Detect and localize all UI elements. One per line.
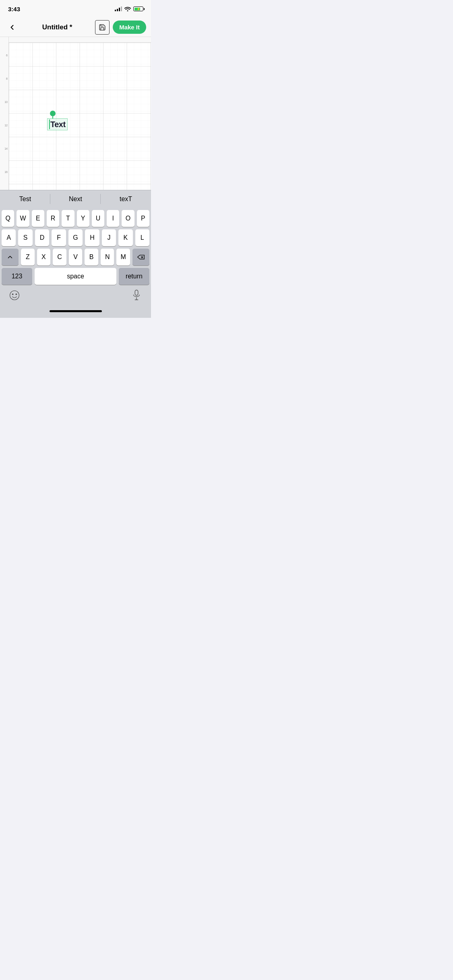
svg-point-6 [10,291,19,300]
battery-icon: ⚡ [133,6,145,11]
text-pin [50,111,56,120]
canvas-area[interactable]: 6 8 10 12 14 16 [0,37,151,190]
key-c[interactable]: C [53,249,66,266]
key-a[interactable]: A [2,229,16,246]
svg-point-8 [16,294,17,295]
autocomplete-item-next[interactable]: Next [50,190,101,208]
ruler-left: 6 8 10 12 14 16 [0,37,9,190]
canvas-text-content: Text [50,120,66,129]
key-l[interactable]: L [135,229,149,246]
key-h[interactable]: H [85,229,99,246]
status-time: 3:43 [8,6,20,12]
key-r[interactable]: R [47,210,59,227]
home-bar [50,310,102,312]
canvas-text-element[interactable]: Text [47,118,68,130]
svg-rect-1 [9,43,151,190]
keyboard: Q W E R T Y U I O P A S D F G H J K L Z … [0,208,151,286]
wifi-icon [124,6,131,11]
document-title: Untitled * [42,23,72,31]
key-x[interactable]: X [37,249,51,266]
key-s[interactable]: S [18,229,32,246]
key-f[interactable]: F [52,229,66,246]
ruler-top [0,37,151,43]
svg-rect-9 [135,290,138,295]
key-q[interactable]: Q [2,210,14,227]
status-bar: 3:43 ⚡ [0,0,151,18]
key-b[interactable]: B [85,249,98,266]
key-e[interactable]: E [32,210,44,227]
nav-bar: Untitled * Make It [0,18,151,37]
keyboard-row-1: Q W E R T Y U I O P [0,208,151,227]
keyboard-row-3: Z X C V B N M [0,246,151,266]
key-i[interactable]: I [107,210,119,227]
key-w[interactable]: W [17,210,29,227]
keyboard-utility [0,286,151,304]
nav-actions: Make It [95,20,146,35]
keyboard-row-2: A S D F G H J K L [0,227,151,246]
svg-point-7 [12,294,13,295]
delete-key[interactable] [132,249,149,266]
numbers-key[interactable]: 123 [2,268,32,285]
key-y[interactable]: Y [77,210,89,227]
text-cursor [49,119,50,129]
grid-svg [9,43,151,190]
keyboard-bottom-row: 123 space return [0,266,151,286]
status-icons: ⚡ [115,6,145,11]
key-v[interactable]: V [69,249,83,266]
ruler-8: 8 [0,77,9,80]
key-t[interactable]: T [62,210,74,227]
key-m[interactable]: M [116,249,130,266]
home-indicator [0,304,151,318]
key-u[interactable]: U [92,210,104,227]
signal-icon [115,6,122,11]
emoji-button[interactable] [8,289,21,302]
autocomplete-item-text[interactable]: texT [101,190,151,208]
make-it-button[interactable]: Make It [113,21,146,34]
ruler-12: 12 [0,124,9,127]
autocomplete-item-test[interactable]: Test [0,190,50,208]
grid-container: Text [9,43,151,190]
key-j[interactable]: J [102,229,116,246]
key-p[interactable]: P [137,210,149,227]
key-d[interactable]: D [35,229,49,246]
key-o[interactable]: O [122,210,134,227]
autocomplete-bar: Test Next texT [0,190,151,208]
key-z[interactable]: Z [21,249,35,266]
microphone-button[interactable] [130,289,143,302]
space-key[interactable]: space [35,268,116,285]
return-key[interactable]: return [119,268,149,285]
shift-key[interactable] [2,249,19,266]
ruler-14: 14 [0,147,9,150]
key-n[interactable]: N [101,249,114,266]
key-g[interactable]: G [68,229,83,246]
save-button[interactable] [95,20,110,35]
ruler-6: 6 [0,54,9,57]
back-button[interactable] [5,20,19,35]
ruler-10: 10 [0,101,9,103]
svg-point-2 [50,111,56,116]
ruler-16: 16 [0,171,9,173]
key-k[interactable]: K [118,229,132,246]
